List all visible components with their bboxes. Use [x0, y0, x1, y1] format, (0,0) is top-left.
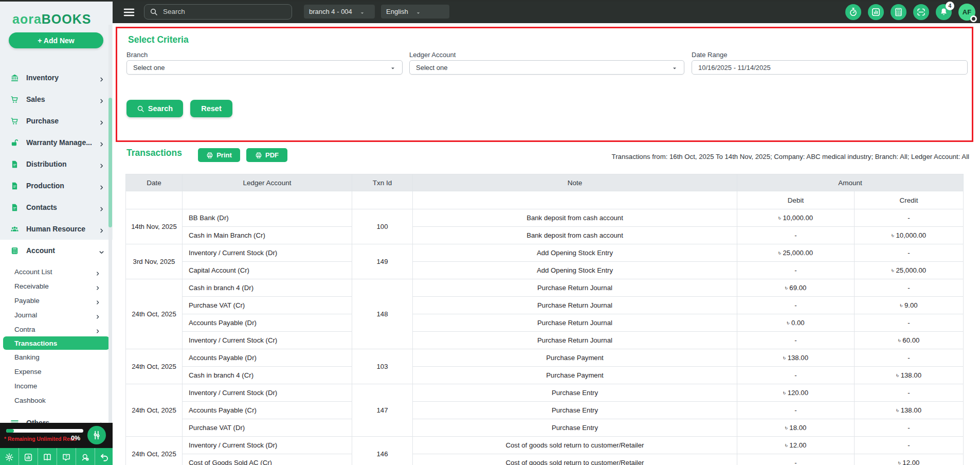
- reset-button[interactable]: Reset: [190, 100, 232, 117]
- chart-button[interactable]: [19, 448, 38, 465]
- print-button[interactable]: Print: [198, 148, 240, 162]
- notifications-button[interactable]: 4: [936, 4, 952, 20]
- sidebar-item-label: Distribution: [26, 160, 99, 168]
- caret-down-icon: [672, 64, 678, 70]
- bar-chart-icon: [871, 7, 881, 17]
- sidebar-item-label: Sales: [26, 95, 99, 103]
- sidebar-subitem-account-list[interactable]: Account List: [0, 264, 113, 279]
- chevron-right-icon: [99, 226, 104, 232]
- record-usage-progressbar: [6, 429, 83, 433]
- note-cell: Cost of goods sold return to customer/Re…: [413, 454, 737, 465]
- credit-cell: -: [855, 349, 964, 367]
- sidebar-subitem-payable[interactable]: Payable: [0, 293, 113, 308]
- sidebar-item-account[interactable]: Account: [0, 240, 113, 261]
- note-cell: Add Opening Stock Entry: [413, 244, 737, 262]
- add-new-button[interactable]: + Add New: [9, 32, 103, 48]
- sidebar-scrollbar-thumb[interactable]: [108, 98, 112, 227]
- calculator-button[interactable]: [891, 4, 906, 20]
- support-button[interactable]: [76, 448, 95, 465]
- sidebar-subitem-journal[interactable]: Journal: [0, 308, 113, 322]
- pdf-button[interactable]: PDF: [246, 148, 287, 162]
- debit-cell: ৳ 69.00: [737, 279, 855, 297]
- debit-cell: -: [737, 297, 855, 314]
- sidebar-item-label: Account: [26, 246, 99, 255]
- search-input[interactable]: [144, 4, 292, 20]
- sidebar-subitem-transactions[interactable]: Transactions: [3, 336, 110, 350]
- note-cell: Add Opening Stock Entry: [413, 262, 737, 279]
- date-cell: 14th Nov, 2025: [126, 209, 183, 244]
- col-header-note: Note: [413, 174, 737, 191]
- undo-button[interactable]: [95, 448, 114, 465]
- table-row: 24th Oct, 2025Cash in branch 4 (Dr)148Pu…: [126, 279, 964, 297]
- sidebar-item-distribution[interactable]: Distribution: [0, 153, 113, 175]
- txn-cell: 146: [352, 437, 413, 465]
- sidebar-item-inventory[interactable]: Inventory: [0, 67, 113, 88]
- pdf-button-label: PDF: [265, 151, 279, 159]
- reports-button[interactable]: [868, 4, 884, 20]
- sidebar-item-human-resource[interactable]: Human Resource: [0, 218, 113, 240]
- debit-cell: ৳ 10,000.00: [737, 209, 855, 227]
- debit-cell: ৳ 25,000.00: [737, 244, 855, 262]
- hamburger-menu-button[interactable]: [123, 6, 135, 17]
- support-icon: [81, 453, 90, 462]
- avatar[interactable]: AF: [958, 4, 975, 21]
- help-button[interactable]: ?: [57, 448, 76, 465]
- sidebar-subitem-contra[interactable]: Contra: [0, 322, 113, 336]
- select-criteria-panel: Select Criteria Branch Select one Ledger…: [116, 27, 973, 142]
- sidebar-subitem-label: Account List: [14, 268, 95, 276]
- language-selector[interactable]: English: [381, 5, 449, 19]
- table-row: 24th Oct, 2025Inventory / Current Stock …: [126, 437, 964, 454]
- txn-cell: 148: [352, 279, 413, 349]
- time-tracker-button[interactable]: [845, 4, 861, 20]
- table-row: 3rd Nov, 2025Inventory / Current Stock (…: [126, 244, 964, 262]
- date-cell: 24th Oct, 2025: [126, 279, 183, 349]
- table-subheader-row: Debit Credit: [126, 191, 964, 209]
- branch-select[interactable]: Select one: [126, 60, 403, 75]
- sidebar-subitem-income[interactable]: Income: [0, 379, 113, 393]
- sidebar-subitem-label: Transactions: [14, 339, 100, 347]
- empty-header-cell: [126, 191, 183, 209]
- search-button[interactable]: Search: [126, 100, 183, 117]
- sidebar-item-label: Warranty Manage...: [26, 138, 99, 147]
- topbar: branch 4 - 004 English 4 AF: [113, 0, 980, 23]
- chevron-right-icon: [99, 162, 104, 167]
- ledger-cell: Accounts Payable (Dr): [183, 349, 352, 367]
- notification-badge: 4: [946, 2, 954, 10]
- sidebar-item-label: Production: [26, 182, 99, 190]
- credit-cell: ৳ 138.00: [855, 367, 964, 384]
- preferences-button[interactable]: [87, 426, 106, 444]
- sidebar-subitem-banking[interactable]: Banking: [0, 350, 113, 364]
- sidebar-item-sales[interactable]: Sales: [0, 88, 113, 110]
- sidebar-item-label: Human Resource: [26, 225, 99, 233]
- chevron-right-icon: [99, 140, 104, 146]
- transactions-table: Date Ledger Account Txn Id Note Amount D…: [125, 174, 964, 465]
- debit-cell: ৳ 120.00: [737, 384, 855, 402]
- chevron-right-icon: [99, 75, 104, 81]
- ledger-account-select[interactable]: Select one: [409, 60, 684, 75]
- note-cell: Purchase Entry: [413, 419, 737, 437]
- sidebar-item-production[interactable]: Production: [0, 175, 113, 196]
- ledger-cell: Purchase VAT (Cr): [183, 297, 352, 314]
- branch-selector-value: branch 4 - 004: [309, 8, 352, 15]
- date-range-input[interactable]: [692, 60, 968, 75]
- book-button[interactable]: [38, 448, 57, 465]
- sidebar-subitem-expense[interactable]: Expense: [0, 364, 113, 379]
- print-button-label: Print: [216, 151, 232, 159]
- cart-icon: [10, 95, 19, 104]
- chevron-right-icon: [95, 312, 100, 317]
- scan-button[interactable]: [913, 4, 929, 20]
- sidebar-item-contacts[interactable]: Contacts: [0, 196, 113, 218]
- sidebar-subitem-cashbook[interactable]: Cashbook: [0, 393, 113, 407]
- window-top-edge: [0, 0, 980, 2]
- ledger-cell: Inventory / Current Stock (Dr): [183, 244, 352, 262]
- empty-header-cell: [183, 191, 352, 209]
- ledger-cell: BB Bank (Dr): [183, 209, 352, 227]
- sidebar-item-warranty-manage[interactable]: Warranty Manage...: [0, 132, 113, 153]
- sidebar-subitem-receivable[interactable]: Receivable: [0, 279, 113, 293]
- sidebar-menu: InventorySalesPurchaseWarranty Manage...…: [0, 67, 113, 261]
- printer-icon: [206, 152, 213, 159]
- sidebar-item-purchase[interactable]: Purchase: [0, 110, 113, 132]
- branch-selector[interactable]: branch 4 - 004: [304, 5, 375, 19]
- settings-button[interactable]: [0, 448, 19, 465]
- language-selector-value: English: [386, 8, 408, 15]
